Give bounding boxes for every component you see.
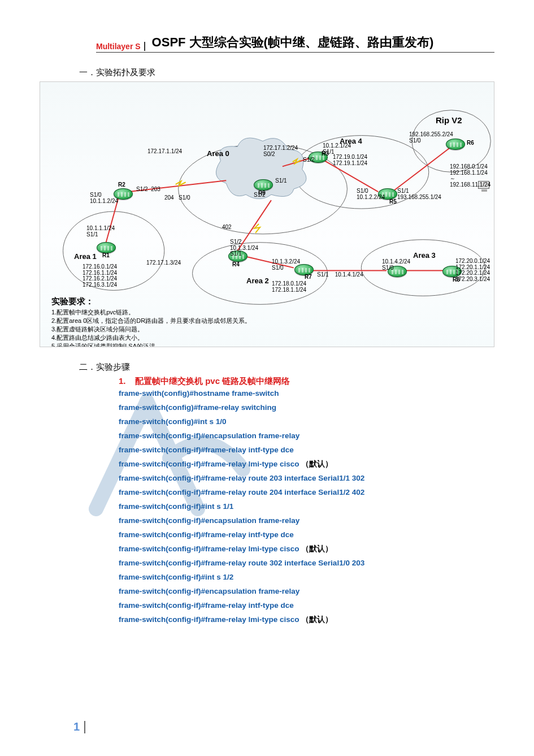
ip-10-1-3-1: S1/2 10.1.3.1/24 S1/1 [230,239,258,257]
r2-label: R2 [118,182,125,188]
r6-ip: 192.168.255.2/24 S1/0 [409,132,453,144]
config-line: frame-swith(config)#hostname frame-switc… [119,387,494,401]
req-3: 3.配置虚链路解决区域分隔问题。 [51,325,251,334]
area2-label: Area 2 [246,277,269,285]
r8-nets: 172.20.0.1/24 172.20.1.1/24 172.20.2.1/2… [455,258,490,282]
config-line-note: （默认） [299,460,333,468]
ip-17-1-2: 172.17.1.2/24 S0/2 [263,145,298,157]
ip-10-1-4-2: 10.1.4.2/24 S1/0 [382,259,410,271]
config-line: frame-switch(config-if)#frame-relay intf… [119,599,494,613]
req-1: 1.配置帧中继交换机pvc链路。 [51,308,251,317]
r1-nets: 172.16.0.1/24 172.16.1.1/24 172.16.2.1/2… [83,264,117,288]
requirements-heading: 实验要求： [51,296,251,307]
config-line: frame-switch(config-if)#frame-relay lmi-… [119,542,494,556]
l402: 402 [222,224,232,231]
config-line: frame-switch(config-if)#frame-relay lmi-… [119,457,494,472]
page-header: Multilayer S OSPF 大型综合实验(帧中继、虚链路、路由重发布) [96,34,494,53]
config-line: frame-switch(config-if)#int s 1/2 [119,571,494,585]
section2-title: 二．实验步骤 [79,362,494,373]
config-line: frame-switch(config-if)#frame-relay intf… [119,528,494,542]
req-4: 4.配置路由总结减少路由表大小。 [51,334,251,342]
r5-label: R5 [389,199,397,205]
ip-10-1-4-1: S1/1 10.1.4.1/24 [317,272,363,278]
ip-10-1-1-1: 10.1.1.1/24 S1/1 [86,226,115,237]
r3-nets: 172.19.0.1/24 172.19.1.1/24 [333,154,367,166]
r5-ip: S1/1 193.168.255.1/24 [397,188,441,200]
config-line: frame-switch(config-if)#encapsulation fr… [119,514,494,528]
r7-label: R7 [305,274,312,280]
config-line: frame-switch(config-if)#frame-relay rout… [119,486,494,500]
requirements-block: 实验要求： 1.配置帧中继交换机pvc链路。 2.配置area 0区域，指定合适… [51,296,251,347]
area1-label: Area 1 [74,253,97,261]
config-lines: frame-swith(config)#hostname frame-switc… [119,387,494,627]
config-line: frame-switch(config-if)#encapsulation fr… [119,585,494,599]
ip-10-1-2-2: S1/0 10.1.2.2/24 [357,188,385,200]
step1-title: 配置帧中继交换机 pvc 链路及帧中继网络 [135,376,290,386]
section1-title: 一．实验拓扑及要求 [79,67,494,78]
r2-204: 204 S1/0 [164,195,190,201]
config-line: frame-switch(config-if)#frame-relay rout… [119,472,494,486]
steps-block: 1. 配置帧中继交换机 pvc 链路及帧中继网络 frame-swith(con… [119,376,494,627]
ip-10-1-1-2: S1/0 10.1.1.2/24 [90,192,118,204]
router-r1-icon [97,242,116,253]
header-left-text: Multilayer S [96,42,145,51]
config-line: frame-switch(config-if)#frame-relay rout… [119,556,494,571]
ip-17-1-3: 172.17.1.3/24 [146,260,181,266]
r6-nets: 192.168.0.1/24 192.168.1.1/24 ～ 192.168.… [450,164,490,188]
ip-17-1-1: 172.17.1.1/24 [147,149,182,155]
r6-label: R6 [467,140,474,146]
r9-label: R9 [258,191,266,197]
req-5: 5.采用合适的区域类型抑制LSA的泛洪。 [51,342,251,347]
r9-s11: S1/1 [275,178,287,184]
config-line: frame-switch(config-if)#encapsulation fr… [119,429,494,443]
step1-heading: 1. 配置帧中继交换机 pvc 链路及帧中继网络 [119,376,494,387]
r1-label: R1 [102,253,110,259]
s12-r3: S1/2 [303,157,315,163]
svg-line-14 [392,147,451,192]
config-line: frame-switch(config-if)#frame-relay intf… [119,443,494,457]
r7-nets: 172.18.0.1/24 172.18.1.1/24 [272,281,306,293]
req-2: 2.配置area 0区域，指定合适的DR路由器，并且要求自动形成邻居关系。 [51,317,251,325]
config-line-note: （默认） [299,615,333,624]
topology-diagram: Area 0 Area 1 Area 2 Area 3 Area 4 Rip V… [40,81,494,347]
config-line-note: （默认） [299,545,333,553]
page-number: 1 [73,721,85,733]
r8-label: R8 [453,277,460,283]
area3-label: Area 3 [413,252,436,260]
config-line: frame-switch(config-if)#frame-relay lmi-… [119,613,494,627]
page-footer: 1 [73,721,85,733]
config-line: frame-switch(config)#frame-relay switchi… [119,401,494,415]
step1-index: 1. [119,376,126,386]
document-page: Multilayer S OSPF 大型综合实验(帧中继、虚链路、路由重发布) … [0,0,534,756]
page-title: OSPF 大型综合实验(帧中继、虚链路、路由重发布) [150,34,434,51]
r3-label: R3 [322,151,329,157]
config-line: frame-switch(config)#int s 1/0 [119,415,494,429]
area0-label: Area 0 [207,150,229,158]
router-r9-icon [254,179,273,191]
ip-10-1-3-2: 10.1.3.2/24 S1/0 [272,259,300,271]
r4-label: R4 [232,262,240,268]
config-line: frame-switch(config-if)#int s 1/1 [119,500,494,514]
r2-ports: S1/2 203 [136,187,160,193]
ripv2-label: Rip V2 [436,116,462,125]
